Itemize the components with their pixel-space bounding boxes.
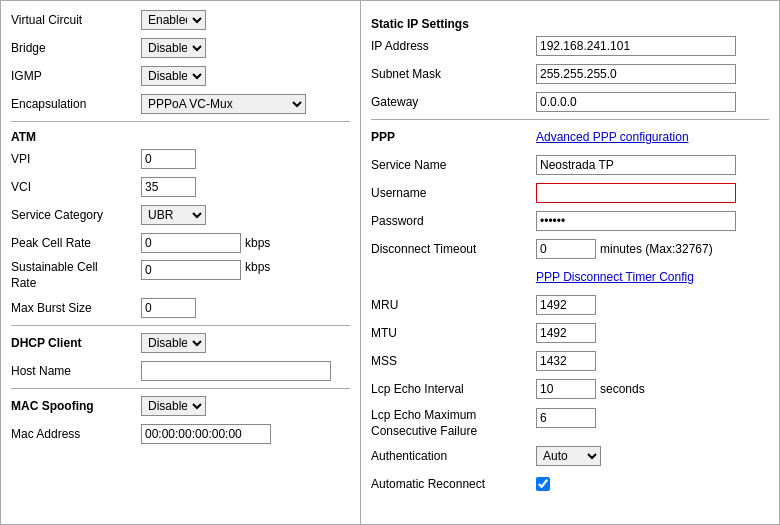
auto-reconnect-row: Automatic Reconnect (371, 473, 769, 495)
atm-title: ATM (11, 130, 350, 144)
disconnect-timeout-unit: minutes (Max:32767) (600, 242, 713, 256)
ip-address-label: IP Address (371, 39, 536, 53)
mac-spoofing-title: MAC Spoofing (11, 399, 141, 413)
subnet-mask-row: Subnet Mask (371, 63, 769, 85)
max-burst-size-row: Max Burst Size (11, 297, 350, 319)
gateway-input[interactable] (536, 92, 736, 112)
service-category-label: Service Category (11, 208, 141, 222)
virtual-circuit-row: Virtual Circuit Enabled Disabled (11, 9, 350, 31)
disconnect-timeout-label: Disconnect Timeout (371, 242, 536, 256)
mss-label: MSS (371, 354, 536, 368)
mac-spoofing-select[interactable]: Enabled Disabled (141, 396, 206, 416)
peak-cell-rate-input[interactable] (141, 233, 241, 253)
mss-input[interactable] (536, 351, 596, 371)
host-name-input[interactable] (141, 361, 331, 381)
host-name-label: Host Name (11, 364, 141, 378)
password-row: Password (371, 210, 769, 232)
password-label: Password (371, 214, 536, 228)
service-name-input[interactable] (536, 155, 736, 175)
igmp-label: IGMP (11, 69, 141, 83)
bridge-row: Bridge Enabled Disabled (11, 37, 350, 59)
subnet-mask-input[interactable] (536, 64, 736, 84)
encapsulation-select[interactable]: PPPoA VC-Mux PPPoE LLC PPPoA LLC IPoA LL… (141, 94, 306, 114)
peak-cell-rate-unit: kbps (245, 236, 270, 250)
mtu-row: MTU (371, 322, 769, 344)
ppp-title: PPP (371, 130, 536, 144)
igmp-select[interactable]: Enabled Disabled (141, 66, 206, 86)
ppp-row: PPP Advanced PPP configuration (371, 126, 769, 148)
username-label: Username (371, 186, 536, 200)
username-input[interactable] (536, 183, 736, 203)
disconnect-timeout-row: Disconnect Timeout minutes (Max:32767) (371, 238, 769, 260)
auto-reconnect-checkbox[interactable] (536, 477, 550, 491)
lcp-echo-max-input[interactable] (536, 408, 596, 428)
lcp-echo-interval-input[interactable] (536, 379, 596, 399)
igmp-row: IGMP Enabled Disabled (11, 65, 350, 87)
service-name-row: Service Name (371, 154, 769, 176)
ppp-timer-row: PPP Disconnect Timer Config (371, 266, 769, 288)
lcp-echo-max-label: Lcp Echo MaximumConsecutive Failure (371, 406, 536, 439)
mru-label: MRU (371, 298, 536, 312)
dhcp-client-select[interactable]: Enabled Disabled (141, 333, 206, 353)
peak-cell-rate-label: Peak Cell Rate (11, 236, 141, 250)
gateway-row: Gateway (371, 91, 769, 113)
ip-address-row: IP Address (371, 35, 769, 57)
host-name-row: Host Name (11, 360, 350, 382)
service-name-label: Service Name (371, 158, 536, 172)
vpi-label: VPI (11, 152, 141, 166)
max-burst-size-label: Max Burst Size (11, 301, 141, 315)
vpi-row: VPI (11, 148, 350, 170)
mac-spoofing-row: MAC Spoofing Enabled Disabled (11, 395, 350, 417)
lcp-echo-interval-label: Lcp Echo Interval (371, 382, 536, 396)
ip-address-input[interactable] (536, 36, 736, 56)
authentication-select[interactable]: Auto PAP CHAP MSCHAP (536, 446, 601, 466)
lcp-echo-interval-unit: seconds (600, 382, 645, 396)
encapsulation-row: Encapsulation PPPoA VC-Mux PPPoE LLC PPP… (11, 93, 350, 115)
username-row: Username (371, 182, 769, 204)
bridge-select[interactable]: Enabled Disabled (141, 38, 206, 58)
ppp-disconnect-timer-link[interactable]: PPP Disconnect Timer Config (536, 270, 694, 284)
advanced-ppp-link[interactable]: Advanced PPP configuration (536, 130, 689, 144)
virtual-circuit-select[interactable]: Enabled Disabled (141, 10, 206, 30)
disconnect-timeout-input[interactable] (536, 239, 596, 259)
authentication-label: Authentication (371, 449, 536, 463)
sustainable-cell-rate-input[interactable] (141, 260, 241, 280)
bridge-label: Bridge (11, 41, 141, 55)
mtu-label: MTU (371, 326, 536, 340)
mru-input[interactable] (536, 295, 596, 315)
encapsulation-label: Encapsulation (11, 97, 141, 111)
mru-row: MRU (371, 294, 769, 316)
password-input[interactable] (536, 211, 736, 231)
vci-input[interactable] (141, 177, 196, 197)
static-ip-title: Static IP Settings (371, 17, 769, 31)
sustainable-cell-rate-unit: kbps (245, 260, 270, 274)
gateway-label: Gateway (371, 95, 536, 109)
mtu-input[interactable] (536, 323, 596, 343)
vci-row: VCI (11, 176, 350, 198)
service-category-select[interactable]: UBR CBR VBR-rt VBR-nrt (141, 205, 206, 225)
dhcp-client-row: DHCP Client Enabled Disabled (11, 332, 350, 354)
mac-address-label: Mac Address (11, 427, 141, 441)
dhcp-client-title: DHCP Client (11, 336, 141, 350)
virtual-circuit-label: Virtual Circuit (11, 13, 141, 27)
vci-label: VCI (11, 180, 141, 194)
sustainable-cell-rate-label: Sustainable CellRate (11, 260, 141, 291)
subnet-mask-label: Subnet Mask (371, 67, 536, 81)
service-category-row: Service Category UBR CBR VBR-rt VBR-nrt (11, 204, 350, 226)
vpi-input[interactable] (141, 149, 196, 169)
mac-address-row: Mac Address (11, 423, 350, 445)
sustainable-cell-rate-row: Sustainable CellRate kbps (11, 260, 350, 291)
lcp-echo-max-row: Lcp Echo MaximumConsecutive Failure (371, 406, 769, 439)
authentication-row: Authentication Auto PAP CHAP MSCHAP (371, 445, 769, 467)
peak-cell-rate-row: Peak Cell Rate kbps (11, 232, 350, 254)
auto-reconnect-label: Automatic Reconnect (371, 477, 536, 491)
mac-address-input[interactable] (141, 424, 271, 444)
mss-row: MSS (371, 350, 769, 372)
max-burst-size-input[interactable] (141, 298, 196, 318)
lcp-echo-interval-row: Lcp Echo Interval seconds (371, 378, 769, 400)
